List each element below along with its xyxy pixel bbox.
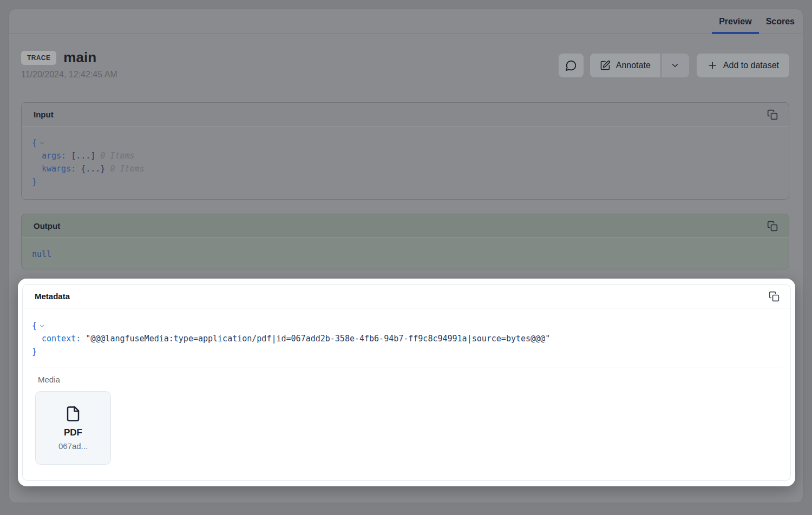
metadata-spotlight: Metadata { context: — [18, 279, 795, 486]
page-background: Preview Scores TRACE main 11/20/2024, 12… — [0, 0, 812, 515]
json-expand-icon[interactable] — [38, 322, 45, 329]
media-section: Media PDF 067ad... — [23, 367, 790, 465]
copy-icon — [769, 291, 780, 302]
json-line[interactable]: { — [32, 319, 781, 332]
json-string-value: "@@@langfuseMedia:type=application/pdf|i… — [86, 334, 550, 344]
json-line[interactable]: context: "@@@langfuseMedia:type=applicat… — [32, 332, 781, 345]
media-file-type: PDF — [64, 427, 82, 438]
json-open-brace: { — [32, 321, 37, 331]
media-file-id: 067ad... — [58, 441, 88, 451]
metadata-panel-header: Metadata — [23, 285, 790, 308]
metadata-panel-title: Metadata — [35, 292, 70, 301]
copy-metadata-button[interactable] — [767, 289, 782, 304]
media-section-label: Media — [38, 375, 781, 384]
metadata-json-viewer: { context: "@@@langfuseMedia:type=applic… — [23, 308, 790, 367]
json-line: } — [32, 345, 781, 358]
json-close-brace: } — [32, 347, 37, 356]
json-key: context: — [42, 334, 81, 344]
file-icon — [65, 406, 81, 422]
metadata-panel: Metadata { context: — [22, 284, 791, 481]
media-attachment-card[interactable]: PDF 067ad... — [35, 391, 111, 465]
